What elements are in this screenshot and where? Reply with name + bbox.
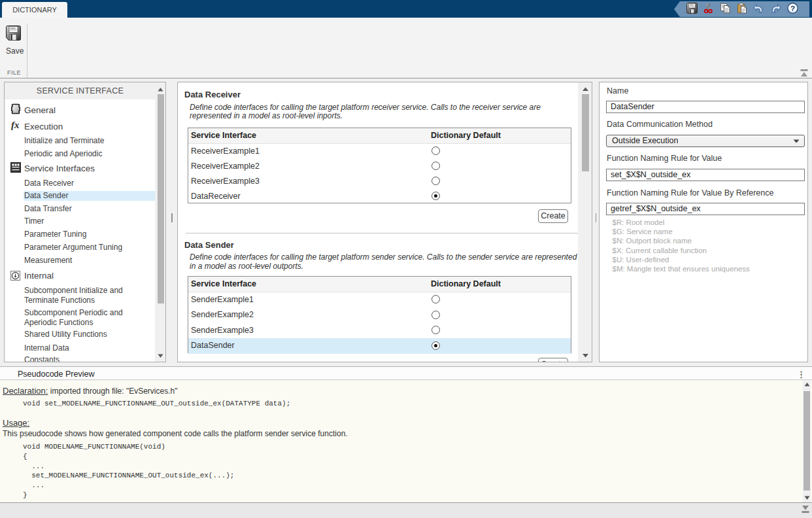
- svg-text:?: ?: [790, 5, 795, 12]
